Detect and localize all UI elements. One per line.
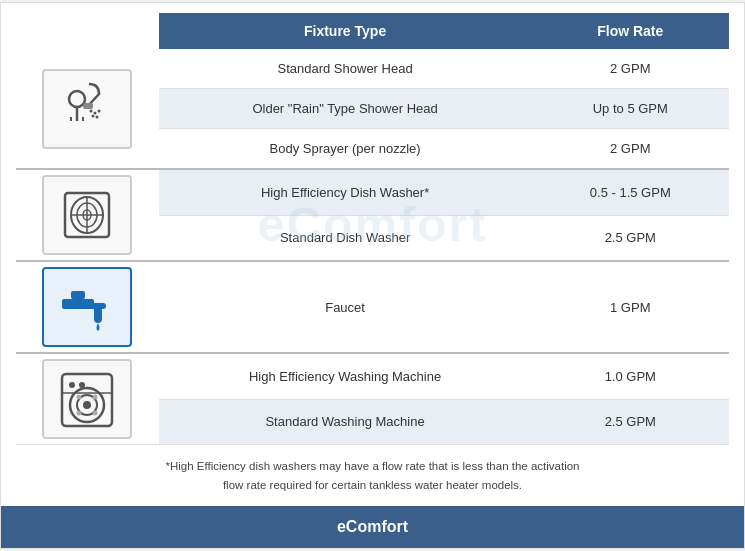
- fixture-table: Fixture Type Flow Rate Standard Shower H…: [16, 13, 729, 445]
- flow-rate-value: 2.5 GPM: [532, 215, 729, 261]
- table-row: High Efficiency Dish Washer*0.5 - 1.5 GP…: [16, 169, 729, 215]
- washing-machine-icon: [42, 359, 132, 439]
- svg-point-6: [94, 111, 97, 114]
- flow-rate-value: 2 GPM: [532, 129, 729, 170]
- svg-point-28: [77, 411, 82, 416]
- svg-rect-4: [83, 103, 93, 109]
- fixture-name: Older "Rain" Type Shower Head: [159, 89, 532, 129]
- fixture-name: Standard Dish Washer: [159, 215, 532, 261]
- table-row: High Efficiency Washing Machine1.0 GPM: [16, 353, 729, 399]
- table-header-row: Fixture Type Flow Rate: [16, 13, 729, 49]
- icon-cell: [16, 261, 159, 353]
- flow-rate-header: Flow Rate: [532, 13, 729, 49]
- flow-rate-value: 2 GPM: [532, 49, 729, 89]
- svg-point-0: [69, 91, 85, 107]
- flow-rate-value: 2.5 GPM: [532, 399, 729, 444]
- dishwasher-icon: [42, 175, 132, 255]
- table-row: Faucet1 GPM: [16, 261, 729, 353]
- flow-rate-value: 1.0 GPM: [532, 353, 729, 399]
- svg-point-8: [92, 114, 95, 117]
- svg-point-26: [77, 395, 82, 400]
- shower-icon: [42, 69, 132, 149]
- icon-cell: [16, 169, 159, 261]
- svg-point-5: [90, 109, 93, 112]
- footnote: *High Efficiency dish washers may have a…: [1, 445, 744, 506]
- fixture-name: Body Sprayer (per nozzle): [159, 129, 532, 170]
- faucet-icon: [42, 267, 132, 347]
- fixture-name: High Efficiency Dish Washer*: [159, 169, 532, 215]
- table-row: Standard Shower Head2 GPM: [16, 49, 729, 89]
- fixture-name: Standard Washing Machine: [159, 399, 532, 444]
- fixture-type-header: Fixture Type: [159, 13, 532, 49]
- main-container: eComfort Fixture Type Flow Rate Standard…: [0, 2, 745, 549]
- fixture-name: High Efficiency Washing Machine: [159, 353, 532, 399]
- fixture-name: Faucet: [159, 261, 532, 353]
- svg-point-7: [98, 109, 101, 112]
- footer-bar: eComfort: [1, 506, 744, 548]
- flow-rate-value: 1 GPM: [532, 261, 729, 353]
- icon-header: [16, 13, 159, 49]
- svg-rect-17: [90, 303, 106, 309]
- fixture-name: Standard Shower Head: [159, 49, 532, 89]
- flow-rate-value: 0.5 - 1.5 GPM: [532, 169, 729, 215]
- svg-rect-19: [76, 291, 80, 301]
- svg-point-25: [83, 401, 91, 409]
- icon-cell: [16, 49, 159, 169]
- flow-rate-value: Up to 5 GPM: [532, 89, 729, 129]
- icon-cell: [16, 353, 159, 445]
- svg-point-21: [69, 382, 75, 388]
- svg-point-9: [96, 115, 99, 118]
- table-section: eComfort Fixture Type Flow Rate Standard…: [1, 3, 744, 445]
- svg-point-27: [93, 395, 98, 400]
- svg-point-29: [93, 411, 98, 416]
